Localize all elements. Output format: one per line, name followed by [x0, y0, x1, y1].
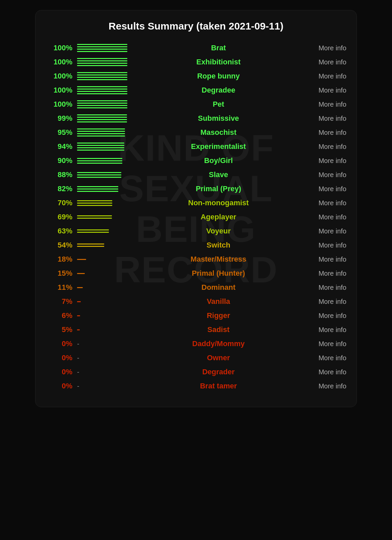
role-name: Rope bunny: [134, 72, 303, 80]
percent-label: 82%: [46, 184, 72, 193]
percent-label: 70%: [46, 199, 72, 207]
page-title: Results Summary (taken 2021-09-11): [42, 20, 350, 32]
result-row: 0%-DegraderMore info: [42, 365, 350, 379]
bar-line: [77, 121, 127, 122]
bar-line: [77, 105, 127, 106]
bar-container: [77, 301, 131, 302]
bar-line: [77, 315, 80, 316]
percent-label: 0%: [46, 368, 72, 376]
result-row: 0%-Daddy/MommyMore info: [42, 337, 350, 350]
bar-line: [77, 145, 124, 146]
more-info-button[interactable]: More info: [303, 44, 346, 52]
more-info-button[interactable]: More info: [303, 143, 346, 151]
role-name: Degrader: [134, 368, 303, 376]
bar-multi: [77, 72, 131, 80]
more-info-button[interactable]: More info: [303, 115, 346, 122]
bar-line: [77, 232, 109, 233]
more-info-button[interactable]: More info: [303, 58, 346, 66]
bar-dash: -: [77, 340, 79, 347]
more-info-button[interactable]: More info: [303, 101, 346, 108]
more-info-button[interactable]: More info: [303, 241, 346, 249]
bar-container: [77, 244, 131, 247]
bar-container: [77, 86, 131, 94]
percent-label: 100%: [46, 44, 72, 52]
bar-line: [77, 191, 118, 192]
more-info-button[interactable]: More info: [303, 354, 346, 362]
bar-line: [77, 44, 127, 45]
role-name: Rigger: [134, 311, 303, 320]
bar-multi: [77, 301, 131, 302]
bar-container: [77, 58, 131, 66]
bar-line: [77, 133, 125, 134]
percent-label: 5%: [46, 325, 72, 334]
role-name: Submissive: [134, 114, 303, 123]
more-info-button[interactable]: More info: [303, 157, 346, 165]
more-info-button[interactable]: More info: [303, 72, 346, 80]
results-container: KIND OF SEXUAL BEING RECORD Results Summ…: [35, 10, 357, 407]
percent-label: 94%: [46, 142, 72, 151]
more-info-button[interactable]: More info: [303, 270, 346, 277]
more-info-button[interactable]: More info: [303, 368, 346, 376]
percent-label: 100%: [46, 100, 72, 109]
role-name: Non-monogamist: [134, 199, 303, 207]
more-info-button[interactable]: More info: [303, 227, 346, 235]
percent-label: 6%: [46, 311, 72, 320]
role-name: Primal (Hunter): [134, 269, 303, 278]
bar-line: [77, 77, 127, 78]
result-row: 70%Non-monogamistMore info: [42, 196, 350, 210]
more-info-button[interactable]: More info: [303, 298, 346, 306]
result-row: 7%VanillaMore info: [42, 295, 350, 308]
bar-container: [77, 158, 131, 164]
percent-label: 88%: [46, 170, 72, 179]
role-name: Voyeur: [134, 227, 303, 235]
more-info-button[interactable]: More info: [303, 185, 346, 193]
percent-label: 100%: [46, 72, 72, 80]
bar-multi: [77, 186, 131, 192]
more-info-button[interactable]: More info: [303, 326, 346, 334]
more-info-button[interactable]: More info: [303, 129, 346, 137]
role-name: Dominant: [134, 283, 303, 292]
role-name: Experimentalist: [134, 142, 303, 151]
bar-multi: [77, 244, 131, 247]
result-row: 88%SlaveMore info: [42, 168, 350, 181]
bar-line: [77, 215, 112, 216]
bar-line: [77, 188, 118, 190]
role-name: Boy/Girl: [134, 156, 303, 165]
role-name: Brat: [134, 44, 303, 52]
percent-label: 63%: [46, 227, 72, 235]
more-info-button[interactable]: More info: [303, 284, 346, 291]
percent-label: 90%: [46, 156, 72, 165]
bar-line: [77, 58, 127, 59]
percent-label: 100%: [46, 86, 72, 95]
bar-line: [77, 186, 118, 187]
bar-line: [77, 177, 121, 178]
bar-multi: [77, 172, 131, 178]
bar-line: [77, 160, 122, 161]
bar-multi: [77, 158, 131, 164]
percent-label: 0%: [46, 382, 72, 390]
more-info-button[interactable]: More info: [303, 199, 346, 207]
more-info-button[interactable]: More info: [303, 382, 346, 390]
more-info-button[interactable]: More info: [303, 171, 346, 179]
bar-multi: [77, 273, 131, 274]
bar-container: -: [77, 340, 131, 348]
bar-container: [77, 287, 131, 288]
bar-line: [77, 86, 127, 87]
result-row: 6%RiggerMore info: [42, 309, 350, 322]
result-row: 94%ExperimentalistMore info: [42, 140, 350, 153]
bar-line: [77, 273, 85, 274]
bar-line: [77, 287, 83, 288]
bar-line: [77, 107, 127, 108]
bar-line: [77, 114, 127, 115]
percent-label: 99%: [46, 114, 72, 123]
more-info-button[interactable]: More info: [303, 312, 346, 320]
more-info-button[interactable]: More info: [303, 213, 346, 221]
bar-line: [77, 117, 127, 118]
more-info-button[interactable]: More info: [303, 87, 346, 94]
bar-container: [77, 186, 131, 192]
more-info-button[interactable]: More info: [303, 340, 346, 348]
bar-line: [77, 172, 121, 173]
more-info-button[interactable]: More info: [303, 256, 346, 263]
bar-line: [77, 103, 127, 104]
result-row: 0%-OwnerMore info: [42, 351, 350, 365]
